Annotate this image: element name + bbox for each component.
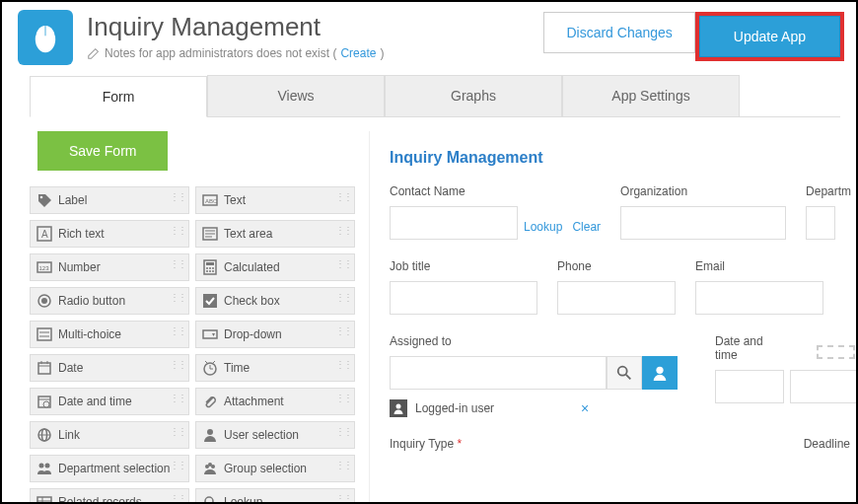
header: Inquiry Management Notes for app adminis… bbox=[2, 2, 856, 75]
drop-placeholder bbox=[817, 345, 855, 359]
svg-point-17 bbox=[212, 267, 214, 269]
palette-time[interactable]: Time⋮⋮ bbox=[195, 354, 355, 382]
svg-point-16 bbox=[209, 267, 211, 269]
palette-related-records[interactable]: Related records⋮⋮ bbox=[30, 488, 189, 502]
svg-point-43 bbox=[45, 464, 50, 468]
org-user-button[interactable] bbox=[642, 356, 678, 390]
input-contact-name[interactable] bbox=[390, 206, 518, 240]
update-app-button[interactable]: Update App bbox=[699, 16, 840, 57]
input-date[interactable] bbox=[715, 370, 784, 403]
field-phone: Phone bbox=[557, 259, 676, 315]
create-notes-link[interactable]: Create bbox=[340, 46, 376, 60]
check-icon bbox=[202, 293, 218, 309]
a-icon: A bbox=[36, 226, 52, 242]
palette-multi-choice[interactable]: Multi-choice⋮⋮ bbox=[30, 321, 189, 348]
input-phone[interactable] bbox=[557, 281, 676, 315]
svg-point-2 bbox=[40, 196, 43, 199]
user-icon bbox=[202, 427, 218, 443]
input-time[interactable] bbox=[790, 370, 856, 403]
user-icon bbox=[651, 364, 669, 382]
svg-text:A: A bbox=[41, 229, 48, 240]
grip-icon: ⋮⋮ bbox=[335, 292, 351, 303]
palette-date[interactable]: Date⋮⋮ bbox=[30, 354, 189, 382]
palette-text[interactable]: ABCText⋮⋮ bbox=[195, 186, 355, 214]
123-icon: 123 bbox=[36, 259, 52, 275]
form-canvas: Inquiry Management Contact Name Lookup C… bbox=[369, 131, 856, 502]
input-job-title[interactable] bbox=[390, 281, 537, 315]
save-form-button[interactable]: Save Form bbox=[37, 131, 168, 171]
palette-radio-button[interactable]: Radio button⋮⋮ bbox=[30, 287, 189, 315]
calc-icon bbox=[202, 259, 218, 275]
field-department: Departm bbox=[806, 184, 851, 240]
palette-calculated[interactable]: Calculated⋮⋮ bbox=[195, 253, 355, 281]
palette-lookup[interactable]: Lookup⋮⋮ bbox=[195, 488, 355, 502]
search-user-button[interactable] bbox=[607, 356, 642, 390]
palette-number[interactable]: 123Number⋮⋮ bbox=[30, 253, 189, 281]
globe-icon bbox=[36, 427, 52, 443]
radio-icon bbox=[36, 293, 52, 309]
svg-point-46 bbox=[208, 463, 212, 467]
input-organization[interactable] bbox=[620, 206, 786, 240]
multi-icon bbox=[36, 326, 52, 342]
input-department[interactable] bbox=[806, 206, 835, 240]
svg-rect-23 bbox=[203, 294, 217, 308]
tab-app-settings[interactable]: App Settings bbox=[562, 75, 740, 116]
palette-drop-down[interactable]: Drop-down⋮⋮ bbox=[195, 321, 355, 348]
tab-graphs[interactable]: Graphs bbox=[385, 75, 562, 116]
tab-form[interactable]: Form bbox=[30, 76, 207, 117]
discard-button[interactable]: Discard Changes bbox=[543, 12, 694, 53]
label-assigned-to: Assigned to bbox=[390, 334, 685, 348]
input-email[interactable] bbox=[695, 281, 823, 315]
palette-group-selection[interactable]: Group selection⋮⋮ bbox=[195, 455, 355, 482]
svg-text:ABC: ABC bbox=[205, 198, 218, 204]
label-department: Departm bbox=[806, 184, 851, 198]
label-phone: Phone bbox=[557, 259, 676, 273]
svg-point-15 bbox=[206, 267, 208, 269]
field-palette: Save Form Label⋮⋮ABCText⋮⋮ARich text⋮⋮Te… bbox=[30, 131, 355, 502]
palette-link[interactable]: Link⋮⋮ bbox=[30, 421, 189, 449]
field-deadline: Deadline bbox=[804, 437, 850, 459]
lines-icon bbox=[202, 226, 218, 242]
palette-text-area[interactable]: Text area⋮⋮ bbox=[195, 220, 355, 248]
group-icon bbox=[202, 461, 218, 476]
label-date-time: Date and time bbox=[715, 334, 787, 362]
label-deadline: Deadline bbox=[804, 437, 850, 451]
avatar-icon bbox=[390, 399, 407, 417]
update-highlight: Update App bbox=[695, 12, 844, 61]
field-contact-name: Contact Name Lookup Clear bbox=[390, 184, 601, 240]
grip-icon: ⋮⋮ bbox=[170, 292, 185, 303]
grip-icon: ⋮⋮ bbox=[170, 393, 185, 403]
clear-link[interactable]: Clear bbox=[572, 220, 601, 234]
grip-icon: ⋮⋮ bbox=[335, 225, 351, 236]
input-assigned-to[interactable] bbox=[390, 356, 607, 390]
tab-views[interactable]: Views bbox=[207, 75, 385, 116]
palette-check-box[interactable]: Check box⋮⋮ bbox=[195, 287, 355, 315]
lookup-link[interactable]: Lookup bbox=[524, 220, 562, 234]
palette-label[interactable]: Label⋮⋮ bbox=[30, 186, 189, 214]
app-icon bbox=[18, 10, 73, 65]
palette-attachment[interactable]: Attachment⋮⋮ bbox=[195, 388, 355, 415]
svg-point-18 bbox=[206, 270, 208, 272]
svg-point-54 bbox=[656, 367, 663, 374]
dept-icon bbox=[36, 461, 52, 476]
admin-notes: Notes for app administrators does not ex… bbox=[87, 46, 543, 60]
grip-icon: ⋮⋮ bbox=[170, 225, 185, 236]
label-organization: Organization bbox=[620, 184, 786, 198]
remove-chip-button[interactable]: × bbox=[581, 400, 589, 416]
date-icon bbox=[36, 360, 52, 376]
palette-date-and-time[interactable]: Date and time⋮⋮ bbox=[30, 388, 189, 415]
lookup-icon bbox=[202, 494, 218, 502]
palette-rich-text[interactable]: ARich text⋮⋮ bbox=[30, 220, 189, 248]
abc-icon: ABC bbox=[202, 192, 218, 208]
svg-line-53 bbox=[626, 375, 631, 380]
grip-icon: ⋮⋮ bbox=[170, 460, 185, 470]
edit-icon bbox=[87, 46, 101, 60]
dropdown-icon bbox=[202, 326, 218, 342]
grip-icon: ⋮⋮ bbox=[335, 359, 351, 370]
field-email: Email bbox=[695, 259, 823, 315]
svg-point-20 bbox=[212, 270, 214, 272]
palette-department-selection[interactable]: Department selection⋮⋮ bbox=[30, 455, 189, 482]
palette-user-selection[interactable]: User selection⋮⋮ bbox=[195, 421, 355, 449]
grip-icon: ⋮⋮ bbox=[170, 426, 185, 437]
related-icon bbox=[36, 494, 52, 502]
